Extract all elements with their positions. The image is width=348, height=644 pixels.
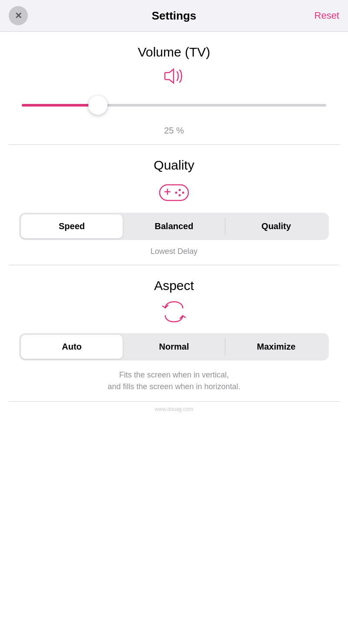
quality-segmented-control: Speed Balanced Quality <box>19 213 329 240</box>
aspect-section: Aspect Auto Normal Maximize Fits the scr… <box>0 265 348 401</box>
volume-title: Volume (TV) <box>138 45 211 60</box>
reset-button[interactable]: Reset <box>315 10 339 21</box>
quality-balanced-button[interactable]: Balanced <box>123 214 225 238</box>
quality-speed-button[interactable]: Speed <box>21 214 123 238</box>
aspect-auto-button[interactable]: Auto <box>21 335 123 359</box>
gamepad-icon <box>158 180 190 205</box>
quality-segmented-container: Speed Balanced Quality <box>17 213 331 240</box>
aspect-maximize-button[interactable]: Maximize <box>225 335 327 359</box>
slider-thumb[interactable] <box>88 96 107 115</box>
slider-track[interactable] <box>22 104 326 107</box>
aspect-icon <box>160 300 188 325</box>
quality-quality-button[interactable]: Quality <box>225 214 327 238</box>
watermark: www.douag.com <box>0 402 348 417</box>
quality-section: Quality Speed Balanced Quality Lowest De… <box>0 145 348 265</box>
quality-description: Lowest Delay <box>151 247 197 256</box>
aspect-title: Aspect <box>154 278 194 293</box>
close-icon: ✕ <box>15 10 22 21</box>
page-title: Settings <box>152 9 197 23</box>
aspect-segmented-control: Auto Normal Maximize <box>19 333 329 360</box>
quality-title: Quality <box>154 158 194 173</box>
close-button[interactable]: ✕ <box>9 6 28 25</box>
svg-point-5 <box>175 192 177 194</box>
volume-value: 25 % <box>164 126 184 136</box>
svg-point-6 <box>179 194 181 197</box>
volume-icon <box>162 67 186 87</box>
slider-fill <box>22 104 98 107</box>
volume-section: Volume (TV) 25 % <box>0 32 348 144</box>
aspect-segmented-container: Auto Normal Maximize <box>17 333 331 360</box>
aspect-description: Fits the screen when in vertical,and fil… <box>107 369 240 393</box>
volume-slider-container <box>17 95 331 115</box>
header: ✕ Settings Reset <box>0 0 348 32</box>
svg-point-3 <box>179 189 181 191</box>
svg-point-4 <box>182 192 184 194</box>
aspect-normal-button[interactable]: Normal <box>123 335 225 359</box>
